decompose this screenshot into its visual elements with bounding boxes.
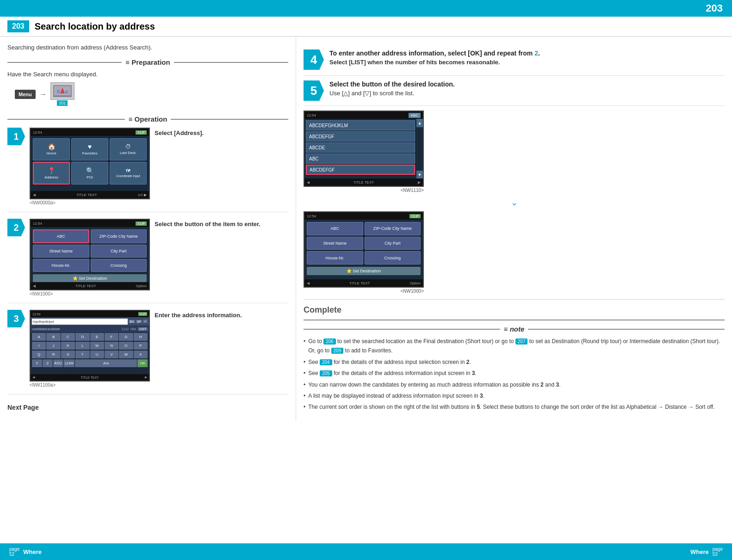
note-bullet-3: •: [304, 369, 305, 378]
prep-desc: Have the Search menu displayed.: [7, 71, 288, 78]
step-1-num: 1: [7, 128, 25, 145]
preparation-section: ≡ Preparation Have the Search menu displ…: [7, 58, 288, 106]
next-page-label: Next Page: [7, 401, 288, 414]
main-content: Searching destination from address (Addr…: [0, 37, 732, 421]
note-item-5: • A list may be displayed instead of add…: [304, 391, 725, 400]
where-screen: [50, 82, 74, 100]
footer-left-where: Where: [23, 548, 42, 555]
page-header: 203 Search location by address: [0, 17, 732, 37]
step-3-caption: <NW1100a>: [30, 382, 150, 388]
note-bullet-5: •: [304, 391, 305, 400]
note-item-6: • The current sort order is shown on the…: [304, 402, 725, 412]
svg-rect-4: [65, 91, 68, 93]
page-title: Search location by address: [35, 21, 155, 32]
footer-right: Where page53: [690, 547, 723, 557]
note-badge-207: 207: [515, 338, 528, 345]
step-5: 5 Select the button of the desired locat…: [304, 76, 725, 106]
screen5b-wrapper: 12:54 CLIP ABC ZIP-Code City Name Street…: [304, 211, 424, 294]
screen5-caption1: <NW1110>: [304, 188, 424, 193]
note-text-6: The current sort order is shown on the r…: [308, 402, 714, 412]
step-4-content: To enter another address information, se…: [329, 49, 725, 70]
section-header-op-text: ≡ Operation: [125, 115, 171, 123]
step-5-title: Select the button of the desired locatio…: [329, 80, 725, 88]
step-2-caption: <NW1000>: [30, 291, 150, 296]
note-section: ≡ note • Go to 206 to set the searched l…: [304, 320, 725, 412]
section-header-operation: ≡ Operation: [7, 115, 288, 123]
left-column: Searching destination from address (Addr…: [0, 37, 296, 421]
screen5-area: 12:54 ABC ABCDEFGHIJKLM ABCDEFGF ABCDE A…: [304, 111, 725, 193]
note-item-2: • See 204 for the details of the address…: [304, 357, 725, 367]
note-item-3: • See 205 for the details of the address…: [304, 369, 725, 378]
note-text-2: See 204 for the details of the address i…: [308, 357, 471, 367]
arrow-icon: →: [39, 90, 47, 98]
note-header: ≡ note: [304, 325, 725, 333]
section-line-op-right: [171, 119, 288, 120]
footer-right-where: Where: [690, 548, 709, 555]
note-text-5: A list may be displayed instead of addre…: [308, 391, 484, 400]
step-4-title: To enter another address information, se…: [329, 49, 725, 57]
step-2: 2 12:54 CLIP ABC ZIP-Code City Name Stre…: [7, 219, 288, 303]
note-text-3: See 205 for the details of the address i…: [308, 369, 477, 378]
complete-title: Complete: [304, 305, 725, 315]
step-4-num: 4: [304, 49, 324, 70]
step-5-content: Select the button of the desired locatio…: [329, 80, 725, 101]
note-items: • Go to 206 to set the searched location…: [304, 337, 725, 412]
note-header-text: ≡ note: [500, 325, 528, 333]
right-column: 4 To enter another address information, …: [296, 37, 732, 421]
note-line-right: [528, 329, 725, 330]
footer-left-page: page52: [9, 547, 19, 557]
step-2-image: 12:54 CLIP ABC ZIP-Code City Name Street…: [30, 219, 150, 296]
step-4: 4 To enter another address information, …: [304, 44, 725, 76]
note-badge-205: 205: [320, 370, 332, 376]
footer-right-page: page53: [713, 547, 723, 557]
note-badge-209: 209: [331, 348, 344, 354]
step-3-image: 12:54 CLIP inputinputinput BS SP ✓ candi…: [30, 310, 150, 388]
note-bullet-6: •: [304, 402, 305, 412]
step-1-desc: Select [Address].: [155, 128, 288, 205]
step-5-num: 5: [304, 80, 324, 101]
note-bullet-1: •: [304, 337, 305, 356]
step-4-sub: Select [LIST] when the number of hits be…: [329, 59, 725, 66]
screen5b-caption: <NW1000>: [304, 289, 424, 294]
note-bullet-2: •: [304, 357, 305, 367]
section-line-left: [7, 62, 122, 63]
down-arrow: ⌄: [304, 197, 725, 208]
page-number-top: 203: [706, 2, 723, 14]
footer-left: page52 Where: [9, 547, 42, 557]
step-1-caption: <NW0000a>: [30, 200, 150, 205]
operation-section: ≡ Operation 1 12:54 CLIP 🏠Home: [7, 115, 288, 394]
note-line-left: [304, 329, 500, 330]
step-2-desc: Select the button of the item to enter.: [155, 219, 288, 296]
note-item-1: • Go to 206 to set the searched location…: [304, 337, 725, 356]
where-screen-wrap: 201: [50, 82, 74, 106]
intro-text: Searching destination from address (Addr…: [7, 44, 288, 51]
divider-complete: [304, 299, 725, 300]
step-3-num: 3: [7, 310, 25, 327]
section-header-text: ≡ Preparation: [122, 58, 174, 66]
note-bullet-4: •: [304, 380, 305, 389]
note-text-1: Go to 206 to set the searched location a…: [308, 337, 725, 356]
section-header-preparation: ≡ Preparation: [7, 58, 288, 66]
note-badge-206: 206: [323, 338, 336, 345]
step-5-sub: Use [△] and [▽] to scroll the list.: [329, 90, 725, 97]
section-line-right: [174, 62, 288, 63]
step-1: 1 12:54 CLIP 🏠Home ♥Favo: [7, 128, 288, 212]
screen-badge-201: 201: [57, 100, 68, 106]
step-3-desc: Enter the address information.: [155, 310, 288, 388]
footer: page52 Where Where page53: [0, 543, 732, 560]
top-bar: 203: [0, 0, 732, 17]
screen5-wrapper: 12:54 ABC ABCDEFGHIJKLM ABCDEFGF ABCDE A…: [304, 111, 424, 193]
screen5b-area: 12:54 CLIP ABC ZIP-Code City Name Street…: [304, 211, 725, 294]
prep-nav: Menu → 201: [15, 82, 288, 106]
step-3: 3 12:54 CLIP inputinputinput BS SP ✓: [7, 310, 288, 394]
note-text-4: You can narrow down the candidates by en…: [308, 380, 560, 389]
step-1-image: 12:54 CLIP 🏠Home ♥Favorites ⏱Last De: [30, 128, 150, 205]
menu-button[interactable]: Menu: [15, 90, 36, 99]
svg-rect-3: [57, 90, 60, 93]
page-num-badge: 203: [7, 20, 29, 32]
complete-section: Complete: [304, 305, 725, 315]
step-2-num: 2: [7, 219, 25, 236]
note-badge-204: 204: [320, 359, 332, 365]
note-item-4: • You can narrow down the candidates by …: [304, 380, 725, 389]
section-line-op-left: [7, 119, 125, 120]
